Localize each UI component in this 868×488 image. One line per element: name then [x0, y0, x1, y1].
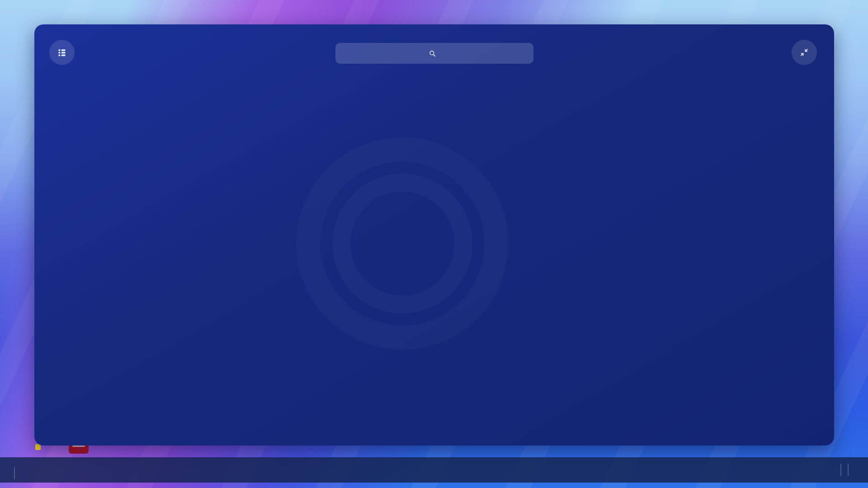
system-tray: [840, 457, 860, 483]
collapse-launcher-button[interactable]: [792, 40, 817, 65]
exit-fullscreen-icon: [797, 46, 811, 59]
search-icon: [428, 49, 437, 58]
app-launcher-panel: [34, 24, 834, 446]
category-view-button[interactable]: [49, 40, 75, 65]
dock-separator: [14, 467, 15, 479]
taskbar: [0, 457, 868, 483]
tray-separator: [840, 464, 841, 476]
dock-left-group: [8, 460, 15, 483]
partial-yellow-desktop-icon: [35, 444, 41, 450]
deepin-watermark: [296, 137, 509, 350]
tray-separator-2: [848, 464, 849, 476]
desktop: [0, 0, 868, 488]
category-list-icon: [55, 46, 69, 59]
search-input[interactable]: [335, 43, 533, 64]
